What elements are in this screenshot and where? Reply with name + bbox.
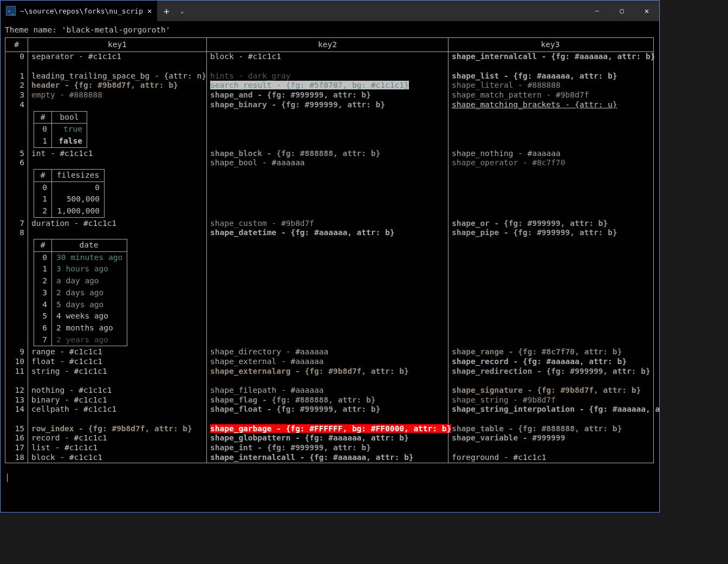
tab-close-icon[interactable]: ✕ bbox=[147, 7, 152, 15]
cell-text: shape_internalcall - {fg: #aaaaaa, attr:… bbox=[452, 52, 655, 61]
cell-text: shape_globpattern - {fg: #aaaaaa, attr: … bbox=[210, 433, 409, 442]
row-index bbox=[5, 110, 28, 149]
cell-k3: shape_table - {fg: #888888, attr: b} bbox=[448, 424, 652, 434]
cell-k3: shape_operator - #8c7f70 bbox=[448, 158, 652, 168]
cell-text: shape_range - {fg: #8c7f70, attr: b} bbox=[452, 347, 622, 356]
cell-text: shape_custom - #9b8d7f bbox=[210, 219, 314, 228]
close-button[interactable]: ✕ bbox=[634, 1, 659, 21]
cell-k1: cellpath - #c1c1c1 bbox=[28, 405, 207, 414]
row-index: 13 bbox=[5, 396, 28, 405]
cell-k3: shape_string - #9b8d7f bbox=[448, 396, 652, 405]
cell-k2: shape_externalarg - {fg: #9b8d7f, attr: … bbox=[207, 367, 448, 377]
cell-k1 bbox=[28, 414, 207, 424]
row-index: 12 bbox=[5, 386, 28, 396]
terminal-content[interactable]: Theme name: 'black-metal-gorgoroth' # ke… bbox=[1, 21, 659, 484]
table-row: 3empty - #888888shape_and - {fg: #999999… bbox=[5, 90, 653, 100]
theme-label: Theme name: bbox=[5, 25, 62, 34]
cell-text: shape_operator - #8c7f70 bbox=[452, 158, 566, 167]
cell-text: block - #c1c1c1 bbox=[31, 453, 102, 462]
cell-k1: list - #c1c1c1 bbox=[28, 443, 207, 453]
cell-k2 bbox=[207, 62, 448, 72]
cell-text: range - #c1c1c1 bbox=[31, 347, 102, 356]
tab-dropdown-button[interactable]: ⌄ bbox=[176, 1, 188, 21]
row-index: 4 bbox=[5, 100, 28, 110]
cell-k2: hints - dark_gray bbox=[207, 72, 448, 81]
cell-k2: search_result - {fg: #5f8787, bg: #c1c1c… bbox=[207, 81, 448, 90]
row-index: 3 bbox=[5, 90, 28, 100]
cell-text: cellpath - #c1c1c1 bbox=[31, 405, 116, 413]
cell-k3: shape_pipe - {fg: #999999, attr: b} bbox=[448, 228, 652, 238]
sub-table: #date030 minutes ago13 hours ago2a day a… bbox=[34, 239, 127, 346]
cell-k2: shape_filepath - #aaaaaa bbox=[207, 386, 448, 396]
table-row: 5int - #c1c1c1shape_block - {fg: #888888… bbox=[5, 149, 653, 159]
cell-text: binary - #c1c1c1 bbox=[31, 396, 107, 404]
row-index: 18 bbox=[5, 453, 28, 463]
table-row: 0separator - #c1c1c1block - #c1c1c1shape… bbox=[5, 52, 653, 62]
cell-text: shape_binary - {fg: #999999, attr: b} bbox=[210, 100, 385, 109]
table-row bbox=[5, 414, 653, 424]
hdr-key2: key2 bbox=[207, 38, 448, 52]
cell-k1: empty - #888888 bbox=[28, 90, 207, 100]
cell-text: header - {fg: #9b8d7f, attr: b} bbox=[31, 81, 178, 89]
table-row bbox=[5, 62, 653, 72]
table-row: 12nothing - #c1c1c1shape_filepath - #aaa… bbox=[5, 386, 653, 396]
tab-title: ~\source\repos\forks\nu_scrip bbox=[20, 7, 143, 15]
cell-k1: duration - #c1c1c1 bbox=[28, 219, 207, 229]
cell-k2: shape_and - {fg: #999999, attr: b} bbox=[207, 90, 448, 100]
cell-text: shape_garbage - {fg: #FFFFFF, bg: #FF000… bbox=[210, 424, 451, 433]
minimize-button[interactable]: — bbox=[584, 1, 609, 21]
cell-k3: shape_or - {fg: #999999, attr: b} bbox=[448, 219, 652, 229]
table-body: 0separator - #c1c1c1block - #c1c1c1shape… bbox=[5, 52, 653, 462]
sub-table: #bool0true1false bbox=[34, 111, 87, 148]
cell-k2 bbox=[207, 376, 448, 386]
cell-text: shape_bool - #aaaaaa bbox=[210, 158, 305, 167]
row-index: 10 bbox=[5, 357, 28, 367]
cell-k3 bbox=[448, 376, 652, 386]
cell-k1: range - #c1c1c1 bbox=[28, 347, 207, 357]
cell-text: shape_signature - {fg: #9b8d7f, attr: b} bbox=[452, 386, 641, 394]
cell-k3: shape_string_interpolation - {fg: #aaaaa… bbox=[448, 405, 652, 414]
cell-k1: leading_trailing_space_bg - {attr: n} bbox=[28, 72, 207, 81]
cell-text: hints - dark_gray bbox=[210, 72, 290, 80]
new-tab-button[interactable]: + bbox=[157, 1, 176, 21]
cell-text: shape_or - {fg: #999999, attr: b} bbox=[452, 219, 608, 228]
table-row: 9range - #c1c1c1shape_directory - #aaaaa… bbox=[5, 347, 653, 357]
table-row: 13binary - #c1c1c1shape_flag - {fg: #888… bbox=[5, 396, 653, 405]
cell-k3: shape_list - {fg: #aaaaaa, attr: b} bbox=[448, 72, 652, 81]
cell-text: empty - #888888 bbox=[31, 90, 102, 99]
cell-k1: int - #c1c1c1 bbox=[28, 149, 207, 159]
cell-k2 bbox=[207, 414, 448, 424]
theme-value: 'black-metal-gorgoroth' bbox=[62, 25, 171, 34]
cell-text: search_result - {fg: #5f8787, bg: #c1c1c… bbox=[210, 81, 409, 89]
table-row: 14cellpath - #c1c1c1shape_float - {fg: #… bbox=[5, 405, 653, 414]
cell-k2: shape_flag - {fg: #888888, attr: b} bbox=[207, 396, 448, 405]
hdr-num: # bbox=[5, 38, 28, 52]
cell-text: list - #c1c1c1 bbox=[31, 443, 98, 452]
cell-k3: shape_nothing - #aaaaaa bbox=[448, 149, 652, 159]
table-row: #date030 minutes ago13 hours ago2a day a… bbox=[5, 238, 653, 347]
cell-text: shape_table - {fg: #888888, attr: b} bbox=[452, 424, 622, 433]
cell-k1: separator - #c1c1c1 bbox=[28, 52, 207, 62]
cell-text: shape_external - #aaaaaa bbox=[210, 357, 324, 366]
table-row: 8shape_datetime - {fg: #aaaaaa, attr: b}… bbox=[5, 228, 653, 238]
cell-k3: shape_variable - #999999 bbox=[448, 433, 652, 443]
tab-active[interactable]: ›_ ~\source\repos\forks\nu_scrip ✕ bbox=[1, 1, 157, 21]
table-row: #filesizes001500,00021,000,000 bbox=[5, 168, 653, 219]
table-row: 15row_index - {fg: #9b8d7f, attr: b}shap… bbox=[5, 424, 653, 434]
table-row: 17list - #c1c1c1shape_int - {fg: #999999… bbox=[5, 443, 653, 453]
cell-k2: shape_int - {fg: #999999, attr: b} bbox=[207, 443, 448, 453]
row-index bbox=[5, 238, 28, 347]
cell-text: shape_pipe - {fg: #999999, attr: b} bbox=[452, 228, 618, 237]
cell-k2: shape_datetime - {fg: #aaaaaa, attr: b} bbox=[207, 228, 448, 238]
cursor bbox=[7, 474, 8, 482]
window-controls: — ▢ ✕ bbox=[584, 1, 659, 21]
cell-k3 bbox=[448, 443, 652, 453]
cell-k2: shape_globpattern - {fg: #aaaaaa, attr: … bbox=[207, 433, 448, 443]
cell-k2: shape_external - #aaaaaa bbox=[207, 357, 448, 367]
maximize-button[interactable]: ▢ bbox=[609, 1, 634, 21]
cell-text: separator - #c1c1c1 bbox=[31, 52, 121, 61]
cell-text: row_index - {fg: #9b8d7f, attr: b} bbox=[31, 424, 192, 433]
row-index bbox=[5, 62, 28, 72]
cell-text: shape_redirection - {fg: #999999, attr: … bbox=[452, 367, 651, 375]
cell-k2: shape_bool - #aaaaaa bbox=[207, 158, 448, 168]
